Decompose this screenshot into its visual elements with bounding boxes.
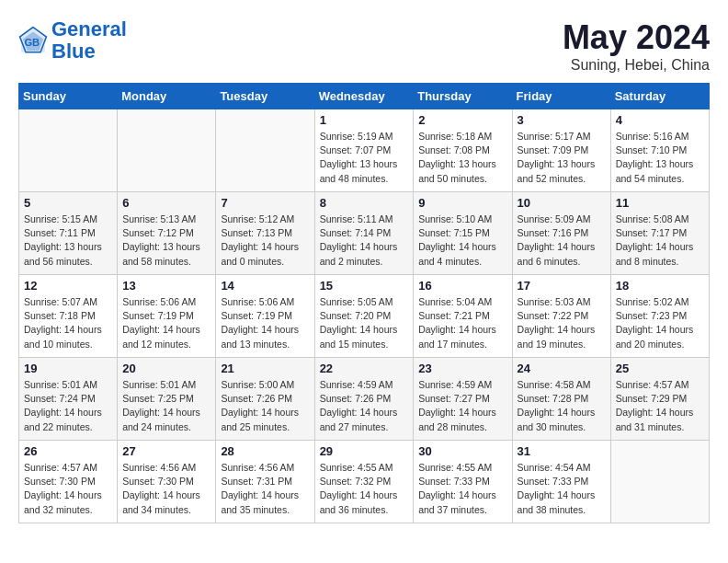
- day-number: 1: [320, 113, 409, 127]
- calendar-cell: 30Sunrise: 4:55 AM Sunset: 7:33 PM Dayli…: [414, 441, 512, 523]
- calendar-cell: 4Sunrise: 5:16 AM Sunset: 7:10 PM Daylig…: [610, 109, 709, 192]
- calendar-cell: 6Sunrise: 5:13 AM Sunset: 7:12 PM Daylig…: [118, 192, 216, 275]
- week-row-1: 1Sunrise: 5:19 AM Sunset: 7:07 PM Daylig…: [19, 109, 710, 192]
- day-info: Sunrise: 5:02 AM Sunset: 7:23 PM Dayligh…: [616, 295, 704, 351]
- logo-line1: General: [51, 17, 127, 40]
- day-number: 7: [221, 196, 309, 210]
- day-info: Sunrise: 4:54 AM Sunset: 7:33 PM Dayligh…: [518, 461, 606, 517]
- calendar-cell: 7Sunrise: 5:12 AM Sunset: 7:13 PM Daylig…: [216, 192, 314, 275]
- day-number: 14: [221, 279, 309, 293]
- day-number: 26: [24, 444, 112, 458]
- day-number: 16: [418, 279, 506, 293]
- day-info: Sunrise: 5:06 AM Sunset: 7:19 PM Dayligh…: [221, 295, 309, 351]
- title-block: May 2024 Suning, Hebei, China: [563, 18, 710, 74]
- day-info: Sunrise: 4:56 AM Sunset: 7:31 PM Dayligh…: [221, 461, 309, 517]
- weekday-header-sunday: Sunday: [19, 84, 118, 109]
- day-info: Sunrise: 4:59 AM Sunset: 7:27 PM Dayligh…: [418, 378, 506, 434]
- day-number: 15: [320, 279, 409, 293]
- day-info: Sunrise: 5:18 AM Sunset: 7:08 PM Dayligh…: [418, 130, 506, 186]
- week-row-2: 5Sunrise: 5:15 AM Sunset: 7:11 PM Daylig…: [19, 192, 710, 275]
- day-info: Sunrise: 5:09 AM Sunset: 7:16 PM Dayligh…: [518, 213, 606, 269]
- calendar-cell: 16Sunrise: 5:04 AM Sunset: 7:21 PM Dayli…: [414, 275, 512, 358]
- day-number: 10: [518, 196, 606, 210]
- day-info: Sunrise: 4:58 AM Sunset: 7:28 PM Dayligh…: [518, 378, 606, 434]
- day-number: 25: [616, 362, 704, 375]
- day-info: Sunrise: 5:08 AM Sunset: 7:17 PM Dayligh…: [616, 213, 704, 269]
- svg-text:GB: GB: [24, 38, 40, 49]
- calendar-cell: [19, 109, 118, 192]
- calendar-cell: [610, 441, 709, 523]
- weekday-header-tuesday: Tuesday: [216, 84, 314, 109]
- calendar-cell: 21Sunrise: 5:00 AM Sunset: 7:26 PM Dayli…: [216, 358, 314, 441]
- location: Suning, Hebei, China: [563, 57, 710, 74]
- calendar-cell: 17Sunrise: 5:03 AM Sunset: 7:22 PM Dayli…: [512, 275, 610, 358]
- day-number: 4: [616, 113, 704, 127]
- day-number: 29: [320, 444, 409, 458]
- month-year: May 2024: [563, 18, 710, 57]
- day-number: 2: [418, 113, 506, 127]
- calendar-cell: 19Sunrise: 5:01 AM Sunset: 7:24 PM Dayli…: [19, 358, 118, 441]
- weekday-header-row: SundayMondayTuesdayWednesdayThursdayFrid…: [19, 84, 710, 109]
- weekday-header-monday: Monday: [118, 84, 216, 109]
- day-number: 19: [24, 362, 112, 375]
- day-info: Sunrise: 4:55 AM Sunset: 7:32 PM Dayligh…: [320, 461, 409, 517]
- day-number: 22: [320, 362, 409, 375]
- week-row-3: 12Sunrise: 5:07 AM Sunset: 7:18 PM Dayli…: [19, 275, 710, 358]
- calendar-cell: 2Sunrise: 5:18 AM Sunset: 7:08 PM Daylig…: [414, 109, 512, 192]
- day-info: Sunrise: 5:03 AM Sunset: 7:22 PM Dayligh…: [518, 295, 606, 351]
- day-number: 28: [221, 444, 309, 458]
- logo: GB General Blue: [18, 18, 127, 63]
- day-info: Sunrise: 5:15 AM Sunset: 7:11 PM Dayligh…: [24, 213, 112, 269]
- calendar-cell: 1Sunrise: 5:19 AM Sunset: 7:07 PM Daylig…: [314, 109, 414, 192]
- calendar-cell: 18Sunrise: 5:02 AM Sunset: 7:23 PM Dayli…: [610, 275, 709, 358]
- calendar-cell: [216, 109, 314, 192]
- day-info: Sunrise: 5:17 AM Sunset: 7:09 PM Dayligh…: [518, 130, 606, 186]
- day-number: 18: [616, 279, 704, 293]
- page-header: GB General Blue May 2024 Suning, Hebei, …: [18, 18, 710, 74]
- day-number: 3: [518, 113, 606, 127]
- day-info: Sunrise: 5:10 AM Sunset: 7:15 PM Dayligh…: [418, 213, 506, 269]
- day-info: Sunrise: 5:07 AM Sunset: 7:18 PM Dayligh…: [24, 295, 112, 351]
- calendar-cell: 8Sunrise: 5:11 AM Sunset: 7:14 PM Daylig…: [314, 192, 414, 275]
- calendar-cell: 9Sunrise: 5:10 AM Sunset: 7:15 PM Daylig…: [414, 192, 512, 275]
- day-info: Sunrise: 5:16 AM Sunset: 7:10 PM Dayligh…: [616, 130, 704, 186]
- day-info: Sunrise: 5:19 AM Sunset: 7:07 PM Dayligh…: [320, 130, 409, 186]
- logo-line2: Blue: [51, 40, 96, 63]
- day-info: Sunrise: 5:12 AM Sunset: 7:13 PM Dayligh…: [221, 213, 309, 269]
- day-info: Sunrise: 4:59 AM Sunset: 7:26 PM Dayligh…: [320, 378, 409, 434]
- weekday-header-friday: Friday: [512, 84, 610, 109]
- logo-icon: GB: [18, 26, 48, 55]
- day-info: Sunrise: 4:55 AM Sunset: 7:33 PM Dayligh…: [418, 461, 506, 517]
- day-number: 8: [320, 196, 409, 210]
- calendar-cell: 29Sunrise: 4:55 AM Sunset: 7:32 PM Dayli…: [314, 441, 414, 523]
- day-info: Sunrise: 4:57 AM Sunset: 7:29 PM Dayligh…: [616, 378, 704, 434]
- day-info: Sunrise: 5:06 AM Sunset: 7:19 PM Dayligh…: [122, 295, 210, 351]
- calendar-cell: 20Sunrise: 5:01 AM Sunset: 7:25 PM Dayli…: [118, 358, 216, 441]
- calendar-cell: 28Sunrise: 4:56 AM Sunset: 7:31 PM Dayli…: [216, 441, 314, 523]
- day-number: 23: [418, 362, 506, 375]
- weekday-header-saturday: Saturday: [610, 84, 709, 109]
- day-number: 21: [221, 362, 309, 375]
- day-number: 31: [518, 444, 606, 458]
- day-info: Sunrise: 5:01 AM Sunset: 7:25 PM Dayligh…: [122, 378, 210, 434]
- day-number: 27: [122, 444, 210, 458]
- logo-text: General Blue: [51, 18, 127, 63]
- calendar-cell: 26Sunrise: 4:57 AM Sunset: 7:30 PM Dayli…: [19, 441, 118, 523]
- calendar-cell: 27Sunrise: 4:56 AM Sunset: 7:30 PM Dayli…: [118, 441, 216, 523]
- day-info: Sunrise: 5:04 AM Sunset: 7:21 PM Dayligh…: [418, 295, 506, 351]
- calendar-cell: 10Sunrise: 5:09 AM Sunset: 7:16 PM Dayli…: [512, 192, 610, 275]
- calendar-cell: 23Sunrise: 4:59 AM Sunset: 7:27 PM Dayli…: [414, 358, 512, 441]
- calendar-cell: 15Sunrise: 5:05 AM Sunset: 7:20 PM Dayli…: [314, 275, 414, 358]
- day-info: Sunrise: 5:05 AM Sunset: 7:20 PM Dayligh…: [320, 295, 409, 351]
- day-info: Sunrise: 5:00 AM Sunset: 7:26 PM Dayligh…: [221, 378, 309, 434]
- day-number: 24: [518, 362, 606, 375]
- weekday-header-thursday: Thursday: [414, 84, 512, 109]
- day-number: 20: [122, 362, 210, 375]
- calendar-cell: 24Sunrise: 4:58 AM Sunset: 7:28 PM Dayli…: [512, 358, 610, 441]
- day-number: 11: [616, 196, 704, 210]
- day-number: 17: [518, 279, 606, 293]
- calendar-cell: 3Sunrise: 5:17 AM Sunset: 7:09 PM Daylig…: [512, 109, 610, 192]
- day-number: 30: [418, 444, 506, 458]
- day-number: 13: [122, 279, 210, 293]
- calendar-table: SundayMondayTuesdayWednesdayThursdayFrid…: [18, 83, 710, 523]
